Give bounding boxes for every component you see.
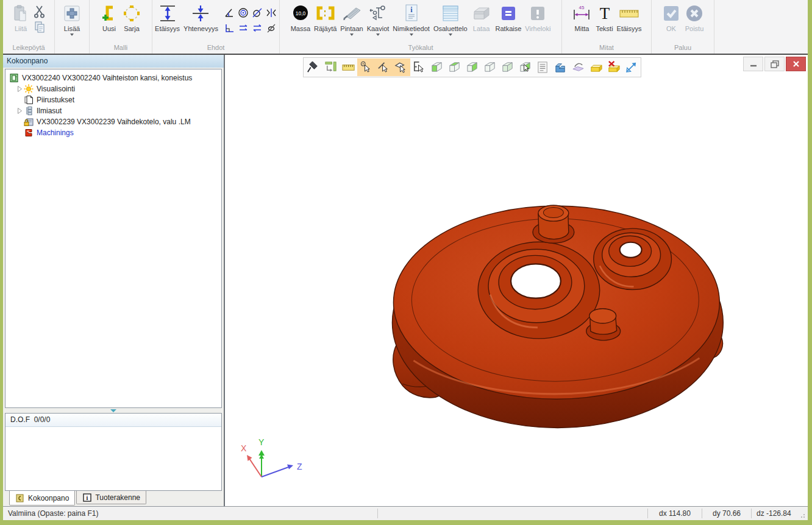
expander-icon[interactable] — [15, 107, 24, 115]
add-plus-icon — [63, 3, 81, 24]
paste-icon — [12, 3, 29, 24]
dimension-icon: 45 — [571, 3, 592, 24]
exit-cross-icon — [685, 3, 704, 24]
text-button[interactable]: T Teksti — [594, 1, 614, 32]
opposed-constraint-icon — [252, 23, 263, 33]
cut-button[interactable] — [32, 4, 47, 19]
explode-button[interactable]: Räjäytä — [312, 1, 338, 32]
measure-distance-button[interactable]: Etäisyys — [615, 1, 644, 32]
concentric-constraint-button[interactable] — [237, 5, 251, 20]
chevron-down-icon — [410, 33, 413, 36]
copy-button[interactable] — [32, 19, 47, 35]
axis-z-label: Z — [297, 462, 302, 471]
perpendicular-constraint-button[interactable] — [223, 20, 237, 35]
ok-button[interactable]: OK — [660, 1, 683, 32]
distance-constraint-button[interactable]: Etäisyys — [153, 1, 182, 32]
info-tab-icon: i — [82, 493, 92, 502]
tree-item[interactable]: Machinings — [7, 127, 220, 138]
axis-triad: X Y Z — [232, 437, 305, 492]
parallel-constraint-icon — [238, 23, 249, 33]
ok-check-icon — [661, 3, 681, 24]
series-label: Sarja — [124, 25, 140, 32]
tree-item[interactable]: Visualisointi — [7, 83, 220, 94]
resize-grip[interactable] — [800, 512, 807, 518]
item-info-label: Nimiketiedot — [393, 25, 430, 32]
group-label-model: Malli — [91, 43, 150, 54]
tab-kokoonpano[interactable]: Kokoonpano — [9, 491, 75, 506]
dimension-label: Mitta — [575, 25, 589, 32]
ruler-icon — [618, 3, 640, 24]
tab-tuoterakenne[interactable]: iTuoterakenne — [76, 491, 146, 504]
ribbon-group-dimensions: 45 Mitta T Teksti Etäisyys Mitat — [562, 0, 652, 54]
dof-value: 0/0/0 — [34, 415, 51, 424]
ribbon-group-clipboard: Liitä Leikepöytä — [3, 0, 55, 54]
svg-text:10,0: 10,0 — [296, 10, 306, 16]
angle-constraint-button[interactable] — [223, 5, 237, 20]
tree-item[interactable]: Ilmiasut — [7, 105, 220, 116]
coincident-constraint-button[interactable]: Yhtenevyys — [182, 1, 220, 32]
status-message: Valmiina (Opaste: paina F1) — [3, 509, 377, 518]
drawing-icon — [24, 95, 35, 105]
new-button[interactable]: Uusi — [98, 1, 120, 32]
ok-label: OK — [666, 25, 676, 32]
paste-button[interactable]: Liitä — [10, 1, 31, 32]
chevron-down-icon — [376, 33, 380, 36]
parts-list-button[interactable]: Osaluettelo — [432, 1, 469, 36]
add-button[interactable]: Lisää — [61, 1, 83, 36]
schematics-button[interactable]: Kaaviot — [365, 1, 391, 36]
tangent-constraint-icon — [252, 7, 263, 18]
tree-item-label: Ilmiasut — [37, 107, 62, 115]
angle-constraint-icon — [224, 7, 235, 18]
panel-tab-bar: KokoonpanoiTuoterakenne — [3, 491, 224, 506]
load-button[interactable]: Lataa — [469, 1, 494, 32]
mass-icon: 10,0 — [291, 3, 310, 24]
tree-item[interactable]: VX3002239 VX3002239 Vaihdekotelo, valu .… — [7, 116, 220, 127]
status-divider — [377, 509, 378, 518]
tab-label: Tuoterakenne — [95, 493, 140, 502]
solve-button[interactable]: Ratkaise — [494, 1, 524, 32]
series-button[interactable]: Sarja — [120, 1, 143, 32]
panel-splitter[interactable] — [3, 408, 224, 413]
release-constraint-icon — [266, 23, 277, 33]
add-label: Lisää — [64, 25, 80, 32]
tree-item[interactable]: VX3002240 VX3002240 Vaihteiston kansi, k… — [7, 72, 220, 83]
symmetry-constraint-button[interactable] — [265, 5, 279, 20]
mass-button[interactable]: 10,0 Massa — [289, 1, 312, 32]
parallel-constraint-button[interactable] — [237, 20, 251, 35]
schematics-icon — [368, 3, 388, 24]
parts-list-label: Osaluettelo — [433, 25, 468, 32]
scissors-icon — [34, 5, 46, 18]
concentric-constraint-icon — [238, 7, 249, 18]
constraint-icon-grid — [223, 5, 279, 35]
svg-text:T: T — [599, 4, 610, 23]
to-surface-button[interactable]: Pintaan — [338, 1, 365, 36]
gearbox-cover-model[interactable] — [225, 55, 808, 506]
ribbon-group-return: OK Poistu Paluu — [652, 0, 714, 54]
load-icon — [471, 3, 492, 24]
dimension-button[interactable]: 45 Mitta — [569, 1, 594, 32]
new-label: Uusi — [102, 25, 116, 32]
opposed-constraint-button[interactable] — [251, 20, 265, 35]
exit-button[interactable]: Poistu — [683, 1, 706, 32]
error-log-button[interactable]: Virheloki — [523, 1, 552, 32]
measure-distance-label: Etäisyys — [617, 25, 642, 32]
chevron-down-icon — [70, 33, 74, 36]
expander-icon[interactable] — [15, 85, 24, 93]
tangent-constraint-button[interactable] — [251, 5, 265, 20]
ribbon-group-constraints: Etäisyys Yhtenevyys — [152, 0, 280, 54]
svg-text:i: i — [87, 495, 88, 501]
status-dx: dx 114.80 — [648, 509, 702, 518]
desktop-frame: Liitä Leikepöytä L — [0, 0, 812, 525]
status-bar: Valmiina (Opaste: paina F1) dx 114.80 dy… — [3, 506, 808, 520]
item-info-button[interactable]: i Nimiketiedot — [391, 1, 432, 36]
solve-icon — [499, 3, 518, 24]
group-label-clipboard: Leikepöytä — [5, 43, 52, 54]
tree-item-label: Visualisointi — [37, 85, 75, 93]
release-constraint-button[interactable] — [265, 20, 279, 35]
tree-item[interactable]: Piirustukset — [7, 94, 220, 105]
model-viewport[interactable]: X Y Z — [225, 55, 808, 506]
group-label-dimensions: Mitat — [564, 43, 649, 54]
ribbon-group-tools: 10,0 Massa Räjäytä Pintaan — [280, 0, 562, 54]
error-log-label: Virheloki — [525, 25, 550, 32]
item-info-icon: i — [403, 3, 420, 24]
